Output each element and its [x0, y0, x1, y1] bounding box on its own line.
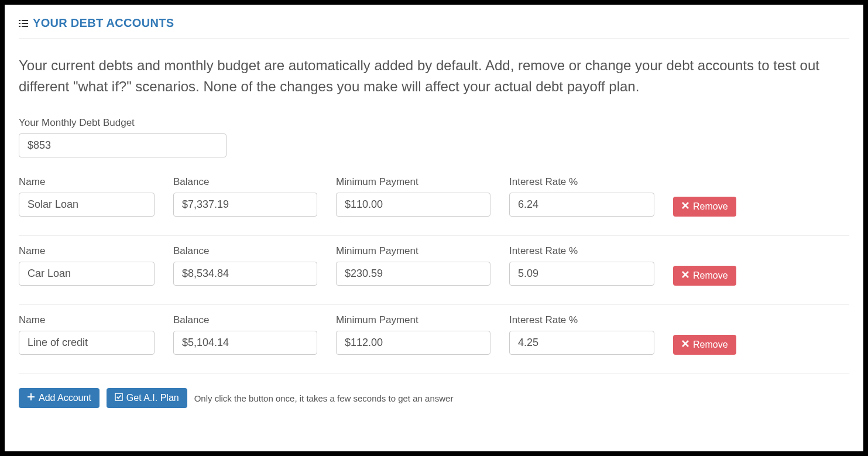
add-account-label: Add Account — [39, 393, 91, 403]
remove-button[interactable]: Remove — [673, 335, 736, 355]
svg-rect-4 — [19, 26, 20, 27]
svg-rect-3 — [22, 23, 28, 24]
panel-header: YOUR DEBT ACCOUNTS — [19, 16, 849, 39]
budget-label: Your Monthly Debt Budget — [19, 117, 849, 129]
name-label: Name — [19, 176, 155, 188]
balance-label: Balance — [173, 176, 317, 188]
svg-rect-7 — [28, 396, 35, 397]
name-input[interactable] — [19, 331, 155, 355]
get-ai-plan-label: Get A.I. Plan — [126, 393, 179, 403]
minimum-payment-label: Minimum Payment — [336, 314, 490, 326]
minimum-payment-label: Minimum Payment — [336, 176, 490, 188]
balance-label: Balance — [173, 314, 317, 326]
remove-button[interactable]: Remove — [673, 266, 736, 286]
svg-rect-5 — [22, 26, 28, 27]
name-label: Name — [19, 245, 155, 257]
debt-accounts-panel: YOUR DEBT ACCOUNTS Your current debts an… — [5, 5, 863, 451]
list-icon — [19, 19, 28, 28]
close-icon — [681, 201, 689, 212]
footer-actions: Add Account Get A.I. Plan Only click the… — [19, 388, 849, 408]
get-ai-plan-button[interactable]: Get A.I. Plan — [107, 388, 187, 408]
minimum-payment-input[interactable] — [336, 193, 490, 217]
interest-rate-input[interactable] — [509, 262, 654, 286]
svg-rect-2 — [19, 23, 20, 24]
minimum-payment-label: Minimum Payment — [336, 245, 490, 257]
panel-title: YOUR DEBT ACCOUNTS — [33, 16, 174, 30]
name-input[interactable] — [19, 193, 155, 217]
check-square-icon — [115, 393, 123, 403]
svg-rect-0 — [19, 20, 20, 21]
budget-input[interactable] — [19, 133, 227, 157]
debt-row: Name Balance Minimum Payment Interest Ra… — [19, 305, 849, 374]
panel-description: Your current debts and monthly budget ar… — [19, 55, 849, 97]
name-label: Name — [19, 314, 155, 326]
close-icon — [681, 270, 689, 281]
debt-row: Name Balance Minimum Payment Interest Ra… — [19, 167, 849, 236]
close-icon — [681, 340, 689, 350]
plus-icon — [27, 393, 35, 403]
balance-input[interactable] — [173, 262, 317, 286]
interest-rate-label: Interest Rate % — [509, 314, 654, 326]
remove-label: Remove — [693, 340, 728, 350]
interest-rate-label: Interest Rate % — [509, 245, 654, 257]
interest-rate-label: Interest Rate % — [509, 176, 654, 188]
interest-rate-input[interactable] — [509, 193, 654, 217]
balance-input[interactable] — [173, 331, 317, 355]
remove-label: Remove — [693, 270, 728, 281]
name-input[interactable] — [19, 262, 155, 286]
balance-label: Balance — [173, 245, 317, 257]
add-account-button[interactable]: Add Account — [19, 388, 100, 408]
debt-row: Name Balance Minimum Payment Interest Ra… — [19, 236, 849, 305]
budget-group: Your Monthly Debt Budget — [19, 117, 849, 157]
minimum-payment-input[interactable] — [336, 262, 490, 286]
minimum-payment-input[interactable] — [336, 331, 490, 355]
svg-rect-1 — [22, 20, 28, 21]
interest-rate-input[interactable] — [509, 331, 654, 355]
balance-input[interactable] — [173, 193, 317, 217]
remove-label: Remove — [693, 201, 728, 212]
remove-button[interactable]: Remove — [673, 197, 736, 217]
footer-hint: Only click the button once, it takes a f… — [194, 393, 454, 403]
